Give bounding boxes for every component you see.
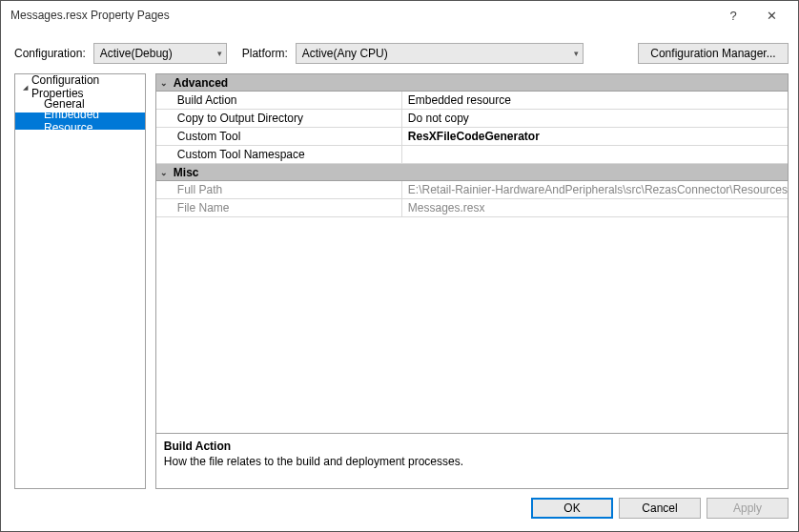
nav-tree: Configuration Properties General Embedde… (14, 73, 146, 489)
prop-name: Custom Tool Namespace (156, 146, 402, 163)
chevron-down-icon: ▾ (574, 49, 579, 58)
dialog-buttons: OK Cancel Apply (1, 493, 798, 531)
prop-name: Full Path (156, 181, 402, 198)
close-button[interactable]: ✕ (752, 9, 790, 23)
prop-value[interactable]: Do not copy (402, 110, 788, 127)
prop-build-action[interactable]: Build Action Embedded resource (156, 92, 788, 110)
tree-label: Configuration Properties (31, 73, 145, 100)
category-label: Misc (174, 166, 199, 179)
description-text: How the file relates to the build and de… (164, 455, 780, 468)
prop-custom-tool[interactable]: Custom Tool ResXFileCodeGenerator (156, 128, 788, 146)
help-button[interactable]: ? (714, 9, 752, 23)
chevron-down-icon: ⌄ (160, 78, 174, 88)
prop-value[interactable] (402, 146, 788, 163)
description-pane: Build Action How the file relates to the… (156, 433, 788, 488)
window-title: Messages.resx Property Pages (10, 9, 714, 22)
platform-value: Active(Any CPU) (302, 47, 388, 60)
configuration-bar: Configuration: Active(Debug) ▾ Platform:… (1, 30, 798, 73)
prop-full-path: Full Path E:\Retail-Rainier-HardwareAndP… (156, 181, 788, 199)
chevron-down-icon: ▾ (217, 49, 222, 58)
prop-value[interactable]: ResXFileCodeGenerator (402, 128, 788, 145)
prop-value: E:\Retail-Rainier-HardwareAndPeripherals… (402, 181, 788, 198)
tree-item-config-properties[interactable]: Configuration Properties (15, 78, 145, 95)
category-label: Advanced (174, 76, 228, 90)
apply-button[interactable]: Apply (707, 498, 789, 519)
chevron-down-icon: ⌄ (160, 168, 174, 177)
expand-icon[interactable] (19, 82, 31, 92)
prop-file-name: File Name Messages.resx (156, 199, 788, 217)
main-area: Configuration Properties General Embedde… (1, 73, 798, 493)
prop-value: Messages.resx (402, 199, 788, 216)
prop-name: File Name (156, 199, 402, 216)
prop-custom-tool-namespace[interactable]: Custom Tool Namespace (156, 146, 788, 164)
tree-item-embedded-resource[interactable]: Embedded Resource (15, 113, 145, 130)
property-grid-body (156, 217, 788, 433)
platform-label: Platform: (242, 47, 288, 60)
prop-name: Custom Tool (156, 128, 402, 145)
prop-value[interactable]: Embedded resource (402, 92, 788, 109)
category-misc[interactable]: ⌄ Misc (156, 164, 788, 181)
property-grid: ⌄ Advanced Build Action Embedded resourc… (155, 73, 789, 489)
configuration-value: Active(Debug) (100, 47, 173, 60)
prop-copy-to-output[interactable]: Copy to Output Directory Do not copy (156, 110, 788, 128)
tree-label: Embedded Resource (44, 108, 145, 134)
platform-dropdown[interactable]: Active(Any CPU) ▾ (296, 43, 584, 64)
prop-name: Build Action (156, 92, 402, 109)
ok-button[interactable]: OK (531, 498, 613, 519)
category-advanced[interactable]: ⌄ Advanced (156, 74, 788, 92)
prop-name: Copy to Output Directory (156, 110, 402, 127)
cancel-button[interactable]: Cancel (619, 498, 701, 519)
configuration-dropdown[interactable]: Active(Debug) ▾ (93, 43, 227, 64)
configuration-label: Configuration: (14, 47, 86, 60)
titlebar: Messages.resx Property Pages ? ✕ (1, 1, 798, 30)
description-title: Build Action (164, 440, 780, 453)
configuration-manager-button[interactable]: Configuration Manager... (638, 43, 789, 64)
